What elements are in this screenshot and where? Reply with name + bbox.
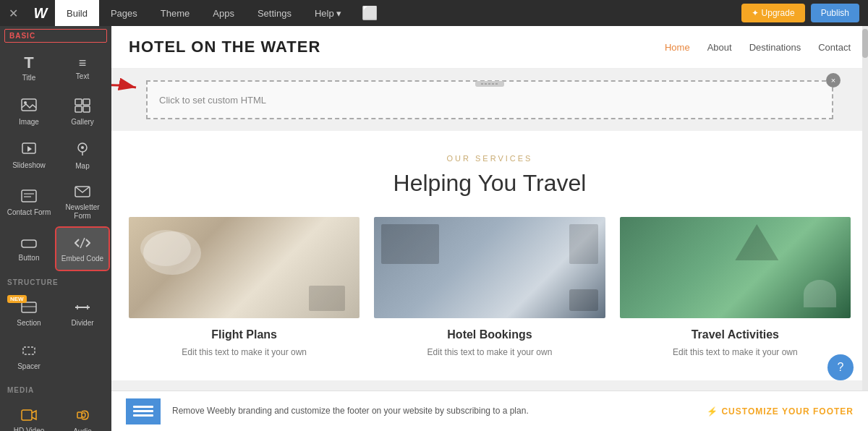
help-button[interactable]: ? xyxy=(827,354,854,380)
sidebar-item-button[interactable]: Button xyxy=(3,228,55,270)
site-nav-about[interactable]: About xyxy=(707,42,732,53)
divider-icon xyxy=(75,301,90,316)
sidebar-item-divider-label: Divider xyxy=(71,319,93,328)
services-grid: Flight Plans Edit this text to make it y… xyxy=(129,217,851,357)
sidebar-item-section-label: Section xyxy=(17,319,41,328)
embed-code-icon xyxy=(75,236,90,252)
nav-theme[interactable]: Theme xyxy=(149,0,201,26)
footer-icon xyxy=(126,398,161,424)
sidebar-item-contact-form-label: Contact Form xyxy=(7,208,51,217)
sidebar-item-slideshow-label: Slideshow xyxy=(12,161,46,170)
footer-line-2 xyxy=(133,410,153,412)
sidebar-item-image-label: Image xyxy=(19,118,39,127)
sidebar-item-audio[interactable]: Audio xyxy=(56,400,109,431)
structure-section-label: STRUCTURE xyxy=(0,273,111,289)
media-section-label: MEDIA xyxy=(0,380,111,397)
sidebar-item-image[interactable]: Image xyxy=(3,90,55,132)
upgrade-button[interactable]: ✦ Upgrade xyxy=(741,4,804,22)
html-block-placeholder: Click to set custom HTML xyxy=(159,95,266,106)
title-icon: T xyxy=(24,55,33,71)
sidebar: BASIC T Title ≡ Text Image xyxy=(0,26,111,431)
sidebar-item-slideshow[interactable]: Slideshow xyxy=(3,134,55,176)
publish-button[interactable]: Publish xyxy=(811,4,859,22)
scrollbar[interactable] xyxy=(862,26,868,391)
footer-cta-button[interactable]: ⚡ CUSTOMIZE YOUR FOOTER xyxy=(707,406,854,417)
top-navigation: ✕ W Build Pages Theme Apps Settings Help… xyxy=(0,0,868,26)
block-handle[interactable] xyxy=(475,81,504,87)
nav-help[interactable]: Help ▾ xyxy=(303,0,353,26)
flight-title: Flight Plans xyxy=(211,328,277,341)
site-nav-contact[interactable]: Contact xyxy=(818,42,851,53)
site-nav: Home About Destinations Contact xyxy=(665,42,851,53)
basic-section-label: BASIC xyxy=(4,29,107,43)
website-canvas: HOTEL ON THE WATER Home About Destinatio… xyxy=(111,26,868,391)
svg-rect-24 xyxy=(77,412,82,418)
close-button[interactable]: ✕ xyxy=(0,0,26,26)
svg-rect-0 xyxy=(22,99,36,111)
svg-rect-2 xyxy=(75,99,82,105)
travel-title: Travel Activities xyxy=(692,328,779,341)
sidebar-item-text[interactable]: ≡ Text xyxy=(56,47,109,89)
text-icon: ≡ xyxy=(79,56,87,69)
sidebar-item-embed-code-label: Embed Code xyxy=(61,255,103,263)
svg-line-16 xyxy=(80,238,85,248)
sidebar-item-newsletter[interactable]: NewsletterForm xyxy=(56,178,109,226)
hotel-image xyxy=(374,217,605,318)
gallery-icon xyxy=(75,98,90,115)
sidebar-item-section[interactable]: NEW Section xyxy=(3,292,55,334)
svg-rect-3 xyxy=(83,99,90,105)
svg-rect-11 xyxy=(22,190,36,202)
footer-line-3 xyxy=(133,414,153,417)
services-section: OUR SERVICES Helping You Travel Flight P… xyxy=(111,131,868,380)
sidebar-item-map[interactable]: Map xyxy=(56,134,109,176)
footer-line-1 xyxy=(133,406,153,408)
button-icon xyxy=(21,236,37,251)
spacer-icon xyxy=(21,344,37,359)
svg-rect-15 xyxy=(22,240,36,247)
site-nav-destinations[interactable]: Destinations xyxy=(749,42,801,53)
html-embed-block[interactable]: × Click to set custom HTML xyxy=(146,80,833,119)
svg-marker-7 xyxy=(27,146,32,152)
weebly-logo: W xyxy=(26,0,55,26)
sidebar-item-spacer[interactable]: Spacer xyxy=(3,336,55,377)
footer-text: Remove Weebly branding and customize the… xyxy=(172,405,695,417)
nav-build[interactable]: Build xyxy=(55,0,99,26)
map-icon xyxy=(75,141,90,159)
sidebar-item-hd-video[interactable]: HD Video xyxy=(3,400,55,431)
sidebar-item-newsletter-label: NewsletterForm xyxy=(65,203,99,221)
sidebar-item-button-label: Button xyxy=(19,254,40,263)
svg-rect-5 xyxy=(83,106,90,112)
travel-desc: Edit this text to make it your own xyxy=(673,347,798,357)
nav-apps[interactable]: Apps xyxy=(201,0,246,26)
sidebar-item-gallery-label: Gallery xyxy=(71,118,94,127)
structure-items-grid: NEW Section Divider Spacer xyxy=(0,289,111,380)
sidebar-item-gallery[interactable]: Gallery xyxy=(56,90,109,132)
sidebar-item-embed-code[interactable]: Embed Code xyxy=(56,228,109,270)
hotel-title: Hotel Bookings xyxy=(447,328,532,341)
services-label: OUR SERVICES xyxy=(129,154,851,163)
footer-bar: Remove Weebly branding and customize the… xyxy=(111,391,868,431)
scrollbar-thumb[interactable] xyxy=(862,29,868,58)
new-badge: NEW xyxy=(7,295,27,303)
sidebar-item-hd-video-label: HD Video xyxy=(14,427,45,432)
sidebar-item-spacer-label: Spacer xyxy=(17,362,41,371)
block-close[interactable]: × xyxy=(826,73,841,88)
site-nav-home[interactable]: Home xyxy=(665,42,690,53)
sidebar-item-audio-label: Audio xyxy=(73,427,92,432)
image-icon xyxy=(21,98,37,115)
nav-pages[interactable]: Pages xyxy=(99,0,149,26)
monitor-icon[interactable]: ⬜ xyxy=(362,5,378,21)
svg-rect-23 xyxy=(22,410,32,420)
newsletter-icon xyxy=(75,185,90,200)
main-area: BASIC T Title ≡ Text Image xyxy=(0,26,868,431)
sidebar-item-title[interactable]: T Title xyxy=(3,47,55,89)
media-items-grid: HD Video Audio Scribd Document xyxy=(0,397,111,431)
contact-form-icon xyxy=(21,189,37,205)
sidebar-item-text-label: Text xyxy=(76,72,89,81)
slideshow-icon xyxy=(21,142,37,158)
sidebar-item-divider[interactable]: Divider xyxy=(56,292,109,334)
nav-settings[interactable]: Settings xyxy=(246,0,303,26)
sidebar-item-contact-form[interactable]: Contact Form xyxy=(3,178,55,226)
site-header: HOTEL ON THE WATER Home About Destinatio… xyxy=(111,26,868,69)
footer-icon-lines xyxy=(133,406,153,417)
